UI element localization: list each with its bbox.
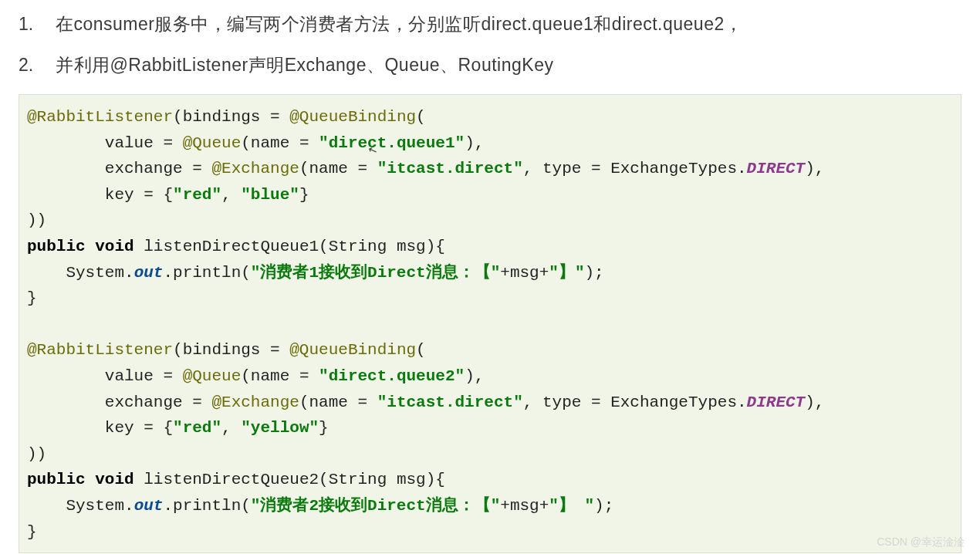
string-yellow-2: "yellow" [241, 419, 319, 437]
keyword-public-2: public [27, 471, 86, 488]
text: )) [27, 445, 46, 463]
text: } [299, 186, 309, 204]
keyword-void-2: void [86, 471, 134, 488]
text: ( [416, 341, 426, 359]
list-item-2: 2. 并利用@RabbitListener声明Exchange、Queue、Ro… [19, 53, 961, 77]
text: .println( [163, 497, 250, 515]
text: ), [805, 394, 824, 411]
list-item-1: 1. 在consumer服务中，编写两个消费者方法，分别监听direct.que… [19, 12, 961, 36]
text: ), [805, 160, 824, 177]
text: (bindings = [173, 341, 289, 359]
text: exchange = [27, 160, 211, 177]
text: (bindings = [173, 108, 289, 126]
watermark: CSDN @幸运淦淦 [877, 535, 965, 549]
method-signature-1: listenDirectQueue1(String msg){ [134, 238, 445, 255]
annotation-exchange-1: @Exchange [211, 160, 299, 177]
keyword-void-1: void [86, 238, 134, 255]
text: (name = [299, 394, 377, 411]
field-out-2: out [134, 497, 164, 515]
string-red-2: "red" [173, 419, 221, 437]
text: ), [465, 134, 484, 152]
annotation-queue-2: @Queue [183, 367, 242, 385]
text: ( [416, 108, 426, 126]
text: , type = ExchangeTypes. [523, 394, 747, 411]
annotation-exchange-2: @Exchange [211, 394, 299, 411]
text: value = [27, 367, 183, 385]
const-direct-2: DIRECT [747, 394, 806, 411]
text: , type = ExchangeTypes. [523, 160, 747, 177]
text: )) [27, 211, 46, 229]
annotation-queuebinding-1: @QueueBinding [289, 108, 416, 126]
text: value = [27, 134, 183, 152]
text: exchange = [27, 394, 211, 411]
string-msg1a: "消费者1接收到Direct消息：【" [251, 264, 500, 282]
string-queue2: "direct.queue2" [319, 367, 465, 385]
list-number-1: 1. [19, 14, 56, 35]
string-blue-1: "blue" [241, 186, 299, 204]
text: ); [585, 264, 604, 282]
text: System. [27, 264, 134, 282]
annotation-queuebinding-2: @QueueBinding [289, 341, 416, 359]
text: key = { [27, 186, 173, 204]
text: (name = [299, 160, 377, 177]
method-signature-2: listenDirectQueue2(String msg){ [134, 471, 445, 488]
text: ); [594, 497, 613, 515]
string-queue1: "direct.queue1" [319, 134, 465, 152]
text: , [221, 419, 241, 437]
string-red-1: "red" [173, 186, 221, 204]
const-direct-1: DIRECT [747, 160, 806, 177]
string-msg2a: "消费者2接收到Direct消息：【" [251, 497, 500, 515]
annotation-rabbitlistener-1: @RabbitListener [27, 108, 173, 126]
text: , [221, 186, 241, 204]
text: +msg+ [500, 497, 549, 515]
text: .println( [163, 264, 250, 282]
keyword-public-1: public [27, 238, 86, 255]
text: (name = [241, 367, 319, 385]
string-msg2b: "】 " [549, 497, 594, 515]
string-exchange1: "itcast.direct" [377, 160, 523, 177]
text: +msg+ [500, 264, 549, 282]
list-text-1: 在consumer服务中，编写两个消费者方法，分别监听direct.queue1… [56, 12, 742, 36]
text: } [27, 289, 37, 307]
string-msg1b: "】" [549, 264, 584, 282]
text: ), [465, 367, 484, 385]
text: } [319, 419, 329, 437]
field-out-1: out [134, 264, 164, 282]
code-block: @RabbitListener(bindings = @QueueBinding… [19, 94, 961, 553]
list-text-2: 并利用@RabbitListener声明Exchange、Queue、Routi… [56, 53, 553, 77]
text: key = { [27, 419, 173, 437]
text: (name = [241, 134, 319, 152]
annotation-rabbitlistener-2: @RabbitListener [27, 341, 173, 359]
text: } [27, 523, 37, 541]
annotation-queue-1: @Queue [183, 134, 242, 152]
list-number-2: 2. [19, 55, 56, 76]
text: System. [27, 497, 134, 515]
string-exchange2: "itcast.direct" [377, 394, 523, 411]
